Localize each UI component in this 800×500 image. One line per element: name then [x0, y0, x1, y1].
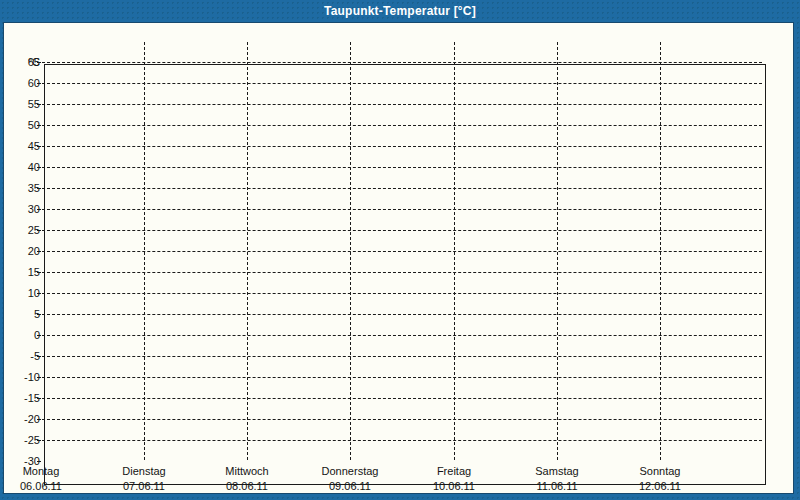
- horizontal-gridline: [42, 293, 762, 294]
- y-tick-label: -10: [10, 371, 40, 383]
- x-date-label: 08.06.11: [192, 480, 302, 492]
- x-day-label: Mittwoch: [192, 465, 302, 477]
- horizontal-gridline: [42, 209, 762, 210]
- x-date-label: 06.06.11: [0, 480, 96, 492]
- horizontal-gridline: [42, 188, 762, 189]
- y-tick-label: -25: [10, 434, 40, 446]
- y-tick-label: 25: [10, 224, 40, 236]
- y-tick-label: 50: [10, 119, 40, 131]
- y-tick-label: -5: [10, 350, 40, 362]
- y-tick-label: 10: [10, 287, 40, 299]
- vertical-gridline: [247, 42, 248, 460]
- vertical-gridline: [557, 42, 558, 460]
- x-day-label: Freitag: [399, 465, 509, 477]
- horizontal-gridline: [42, 335, 762, 336]
- chart-window: Taupunkt-Temperatur [°C] °C 656055504540…: [0, 0, 800, 500]
- y-tick-label: 5: [10, 308, 40, 320]
- horizontal-gridline: [42, 398, 762, 399]
- y-tick-label: 40: [10, 161, 40, 173]
- x-date-label: 12.06.11: [605, 480, 715, 492]
- horizontal-gridline: [42, 125, 762, 126]
- y-tick-label: -15: [10, 392, 40, 404]
- x-day-label: Montag: [0, 465, 96, 477]
- horizontal-gridline: [42, 356, 762, 357]
- vertical-gridline: [454, 42, 455, 460]
- y-tick-label: 45: [10, 140, 40, 152]
- horizontal-gridline: [42, 419, 762, 420]
- vertical-gridline: [144, 42, 145, 460]
- horizontal-gridline: [42, 377, 762, 378]
- horizontal-gridline: [42, 62, 762, 63]
- x-day-label: Sonntag: [605, 465, 715, 477]
- x-date-label: 10.06.11: [399, 480, 509, 492]
- y-tick-label: 55: [10, 98, 40, 110]
- y-tick-label: -20: [10, 413, 40, 425]
- horizontal-gridline: [42, 230, 762, 231]
- y-tick-label: 0: [10, 329, 40, 341]
- horizontal-gridline: [42, 104, 762, 105]
- title-bar: Taupunkt-Temperatur [°C]: [0, 0, 800, 22]
- x-date-label: 09.06.11: [295, 480, 405, 492]
- y-tick-label: 30: [10, 203, 40, 215]
- vertical-gridline: [350, 42, 351, 460]
- chart-panel: °C 65605550454035302520151050-5-10-15-20…: [3, 22, 794, 494]
- x-day-label: Samstag: [502, 465, 612, 477]
- y-tick-label: 20: [10, 245, 40, 257]
- horizontal-gridline: [42, 167, 762, 168]
- y-tick-label: 35: [10, 182, 40, 194]
- horizontal-gridline: [42, 440, 762, 441]
- y-tick-label: 15: [10, 266, 40, 278]
- x-date-label: 07.06.11: [89, 480, 199, 492]
- x-date-label: 11.06.11: [502, 480, 612, 492]
- y-tick-label: 65: [10, 56, 40, 68]
- vertical-gridline: [660, 42, 661, 460]
- plot-area: [44, 64, 766, 485]
- x-day-label: Donnerstag: [295, 465, 405, 477]
- chart-title: Taupunkt-Temperatur [°C]: [324, 4, 476, 18]
- x-day-label: Dienstag: [89, 465, 199, 477]
- y-tick-label: 60: [10, 77, 40, 89]
- horizontal-gridline: [42, 146, 762, 147]
- horizontal-gridline: [42, 314, 762, 315]
- horizontal-gridline: [42, 272, 762, 273]
- horizontal-gridline: [42, 251, 762, 252]
- horizontal-gridline: [42, 83, 762, 84]
